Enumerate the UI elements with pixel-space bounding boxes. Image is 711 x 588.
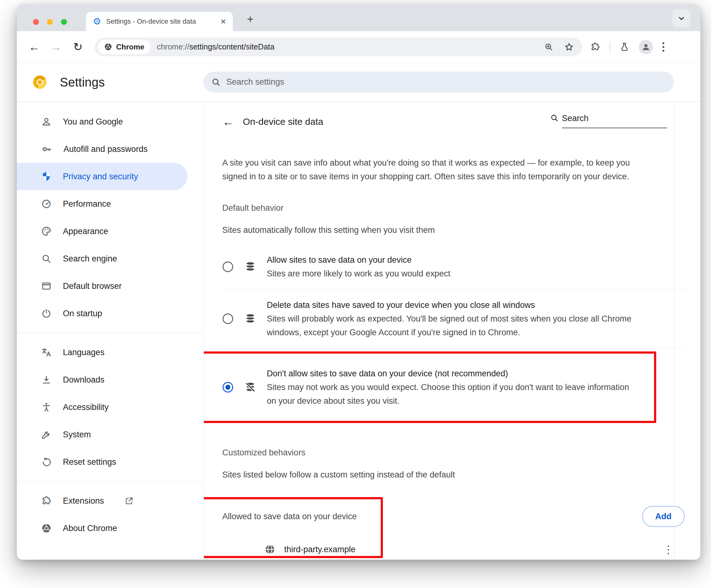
option-dont-allow[interactable]: Don't allow sites to save data on your d… (203, 358, 654, 416)
bookmark-star-icon[interactable] (564, 42, 574, 52)
sidebar-item-search-engine[interactable]: Search engine (17, 245, 188, 273)
sidebar-divider (17, 333, 203, 333)
customized-behaviors-heading: Customized behaviors (222, 448, 701, 458)
extensions-icon[interactable] (590, 42, 600, 52)
zoom-in-icon[interactable] (544, 42, 554, 52)
database-icon (244, 261, 256, 273)
browser-window-icon (41, 281, 52, 291)
sidebar-item-system[interactable]: System (17, 421, 188, 448)
reload-button[interactable]: ↻ (70, 39, 86, 55)
customized-behaviors-subheading: Sites listed below follow a custom setti… (222, 470, 701, 480)
sidebar-item-accessibility[interactable]: Accessibility (17, 393, 188, 421)
radio-checked[interactable] (222, 382, 233, 393)
page-search-field[interactable]: Search (550, 114, 667, 128)
person-icon (641, 42, 651, 52)
sidebar-item-default-browser[interactable]: Default browser (17, 273, 188, 300)
annotation-box-selected-option: Don't allow sites to save data on your d… (203, 351, 656, 423)
url-text: chrome://settings/content/siteData (157, 42, 275, 51)
extensions-icon (41, 496, 52, 506)
settings-search-box[interactable]: Search settings (203, 71, 674, 92)
toolbar-separator (609, 42, 610, 52)
shield-icon (41, 171, 52, 182)
minimize-window-button[interactable] (47, 19, 53, 25)
sidebar-item-about-chrome[interactable]: About Chrome (17, 515, 188, 542)
page-header: ← On-device site data Search (218, 112, 701, 131)
allowed-list-label: Allowed to save data on your device (222, 512, 357, 521)
option-desc: Sites are more likely to work as you wou… (267, 267, 450, 281)
accessibility-icon (41, 402, 52, 412)
tab-strip: ⚙ Settings - On-device site data × + (17, 4, 701, 31)
settings-title: Settings (60, 75, 105, 89)
sidebar-item-appearance[interactable]: Appearance (17, 218, 188, 245)
settings-sidebar: You and Google Autofill and passwords Pr… (17, 102, 203, 559)
option-title: Delete data sites have saved to your dev… (267, 298, 650, 312)
sidebar-item-you-and-google[interactable]: You and Google (17, 108, 188, 135)
tab-search-chevron-button[interactable] (672, 9, 690, 27)
sidebar-item-autofill[interactable]: Autofill and passwords (17, 135, 188, 163)
chrome-canary-logo (32, 74, 48, 90)
profile-avatar[interactable] (639, 40, 653, 54)
option-desc: Sites will probably work as expected. Yo… (267, 312, 650, 339)
site-menu-icon[interactable]: ⋮ (663, 544, 674, 555)
external-link-icon (125, 496, 134, 505)
main-content: ← On-device site data Search A site you … (203, 102, 701, 559)
sidebar-item-performance[interactable]: Performance (17, 190, 188, 218)
intro-text: A site you visit can save info about wha… (222, 156, 656, 183)
toolbar-right-icons (590, 40, 664, 54)
back-arrow-button[interactable]: ← (222, 116, 234, 128)
default-behavior-subheading: Sites automatically follow this setting … (222, 225, 701, 235)
sidebar-item-privacy-security[interactable]: Privacy and security (17, 163, 188, 190)
globe-favicon (264, 544, 276, 555)
option-title: Don't allow sites to save data on your d… (267, 367, 639, 380)
screenshot-background: ⚙ Settings - On-device site data × + ← →… (0, 0, 711, 588)
person-icon (41, 116, 52, 127)
radio-unchecked[interactable] (222, 261, 233, 272)
experiments-beaker-icon[interactable] (620, 42, 629, 52)
chrome-site-chip[interactable]: Chrome (98, 40, 151, 54)
sidebar-item-languages[interactable]: Languages (17, 339, 188, 366)
address-bar[interactable]: Chrome chrome://settings/content/siteDat… (95, 38, 582, 56)
settings-gear-icon: ⚙ (93, 17, 101, 26)
site-row[interactable]: third-party.example ⋮ (218, 541, 701, 558)
download-icon (41, 374, 52, 385)
search-icon (550, 114, 559, 122)
back-button[interactable]: ← (26, 39, 42, 55)
content-right-divider (674, 102, 674, 559)
database-icon (244, 313, 256, 325)
page-title: On-device site data (243, 116, 323, 127)
power-icon (41, 308, 52, 319)
reset-icon (41, 457, 52, 467)
option-delete-on-close[interactable]: Delete data sites have saved to your dev… (218, 289, 701, 348)
sidebar-item-downloads[interactable]: Downloads (17, 366, 188, 393)
page-search-placeholder: Search (562, 114, 667, 128)
add-site-button[interactable]: Add (642, 506, 685, 527)
allowed-section: Allowed to save data on your device Add … (218, 506, 701, 558)
tab-title: Settings - On-device site data (106, 17, 218, 25)
new-tab-button[interactable]: + (243, 13, 257, 26)
database-off-icon (244, 381, 256, 393)
forward-button[interactable]: → (48, 39, 64, 55)
settings-header: Settings Search settings (17, 63, 701, 102)
chrome-logo-icon (104, 43, 112, 51)
sidebar-item-on-startup[interactable]: On startup (17, 300, 188, 327)
settings-search-placeholder: Search settings (226, 77, 284, 87)
palette-icon (41, 226, 52, 237)
search-icon (211, 78, 221, 87)
tab-close-icon[interactable]: × (220, 16, 226, 27)
sidebar-item-reset-settings[interactable]: Reset settings (17, 448, 188, 476)
search-icon (41, 254, 52, 264)
option-desc: Sites may not work as you would expect. … (267, 380, 639, 408)
option-allow-sites[interactable]: Allow sites to save data on your device … (218, 244, 701, 289)
sidebar-divider (17, 481, 203, 482)
chevron-down-icon (677, 14, 686, 22)
url-path: settings/content/siteData (189, 42, 275, 51)
option-title: Allow sites to save data on your device (267, 253, 450, 267)
radio-unchecked[interactable] (222, 313, 233, 324)
key-icon (41, 144, 52, 155)
close-window-button[interactable] (33, 19, 39, 25)
fullscreen-window-button[interactable] (61, 19, 67, 25)
browser-menu-icon[interactable] (663, 42, 664, 52)
chrome-logo-icon (41, 523, 52, 533)
active-tab[interactable]: ⚙ Settings - On-device site data × (86, 12, 233, 31)
sidebar-item-extensions[interactable]: Extensions (17, 487, 188, 515)
